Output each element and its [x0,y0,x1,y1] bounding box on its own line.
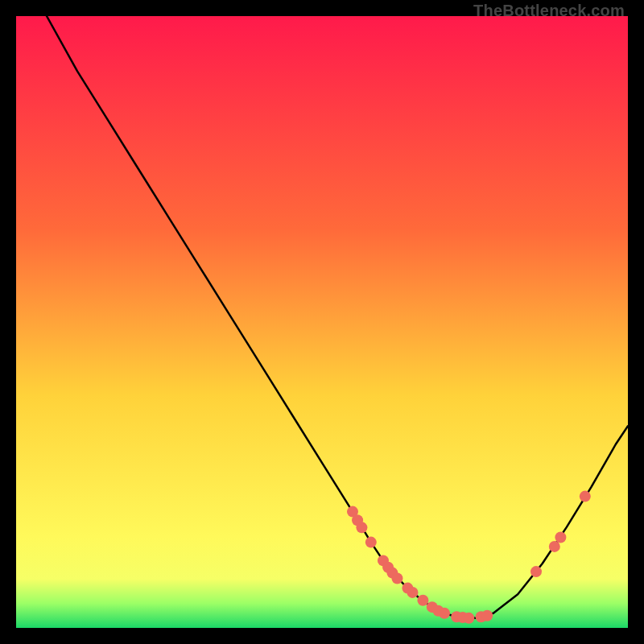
data-marker [391,572,402,584]
data-marker [365,537,377,548]
data-marker [555,532,566,543]
data-marker [463,613,474,624]
data-marker [530,566,542,577]
data-marker [439,608,450,619]
bottleneck-chart [16,16,628,628]
data-marker [407,587,418,598]
chart-frame [16,16,628,628]
data-marker [549,541,560,552]
gradient-background [16,16,628,628]
data-marker [481,610,493,621]
data-marker [580,491,591,502]
data-marker [356,522,367,533]
data-marker [417,595,428,606]
